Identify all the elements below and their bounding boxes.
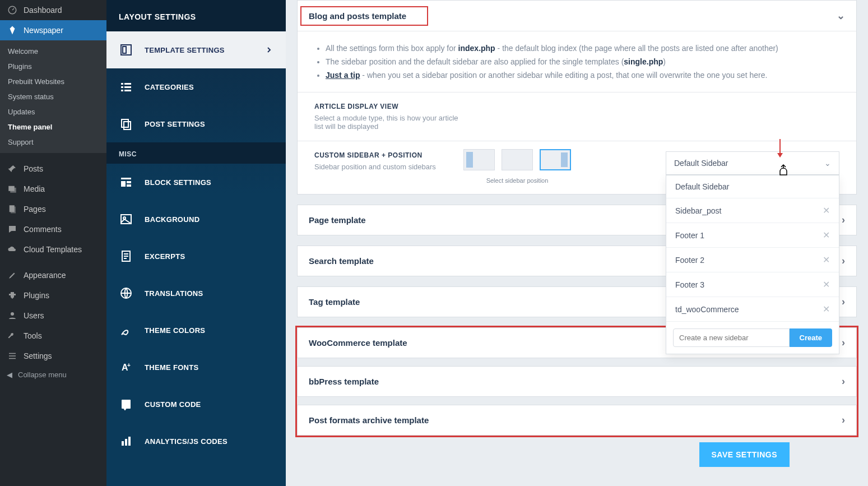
dd-item-footer-3[interactable]: Footer 3✕ (666, 272, 839, 297)
pos-right[interactable] (540, 149, 571, 170)
panel-translations[interactable]: TRANSLATIONS (106, 275, 286, 312)
panel-label: POST SETTINGS (145, 120, 205, 128)
sub-updates[interactable]: Updates (0, 104, 106, 119)
nav-users[interactable]: Users (0, 306, 106, 326)
annotation-arrow (779, 139, 781, 157)
chart-icon (119, 434, 133, 448)
comment-icon (7, 224, 18, 235)
chevron-right-icon: › (842, 414, 845, 426)
nav-label: Media (24, 184, 45, 193)
theme-panel-nav: LAYOUT SETTINGS TEMPLATE SETTINGS CATEGO… (106, 0, 286, 486)
close-icon[interactable]: ✕ (823, 304, 830, 314)
dd-selected-label: Default Sidebar (674, 159, 728, 168)
collapse-menu[interactable]: ◀Collapse menu (0, 366, 106, 383)
nav-label: Settings (24, 351, 52, 360)
nav-newspaper[interactable]: Newspaper (0, 20, 106, 40)
media-icon (7, 183, 18, 195)
svg-rect-11 (121, 83, 123, 85)
user-icon (7, 310, 18, 321)
font-icon: A+ (119, 360, 133, 374)
palette-icon (119, 323, 133, 337)
template-icon (119, 43, 133, 57)
save-settings-button[interactable]: SAVE SETTINGS (699, 442, 790, 467)
info-line-3: Just a tip - when you set a sidebar posi… (326, 68, 839, 82)
panel-block-settings[interactable]: BLOCK SETTINGS (106, 164, 286, 201)
accordion-header[interactable]: Post formats archive template› (298, 405, 856, 435)
sidebar-position-picker: Select sidebar position (463, 149, 571, 184)
panel-custom-code[interactable]: CUSTOM CODE (106, 386, 286, 423)
nav-comments[interactable]: Comments (0, 219, 106, 239)
nav-pages[interactable]: Pages (0, 199, 106, 219)
nav-posts[interactable]: Posts (0, 159, 106, 179)
panel-categories[interactable]: CATEGORIES (106, 68, 286, 105)
close-icon[interactable]: ✕ (823, 279, 830, 290)
sub-theme-panel[interactable]: Theme panel (0, 119, 106, 135)
nav-dashboard[interactable]: Dashboard (0, 0, 106, 20)
blocks-icon (119, 175, 133, 189)
chevron-right-icon: › (842, 255, 845, 267)
panel-post-settings[interactable]: POST SETTINGS (106, 105, 286, 142)
info-list: All the settings form this box apply for… (298, 31, 856, 92)
collapse-label: Collapse menu (18, 371, 67, 379)
sub-support[interactable]: Support (0, 135, 106, 150)
content-area: Blog and posts template ⌄ All the settin… (286, 0, 868, 486)
sub-plugins[interactable]: Plugins (0, 59, 106, 74)
sidebar-dropdown-wrap: Default Sidebar ⌄ Default Sidebar Sideba… (666, 151, 839, 175)
sidebar-dropdown-list: Default Sidebar Sidebar_post✕ Footer 1✕ … (666, 175, 839, 354)
nav-cloud-templates[interactable]: Cloud Templates (0, 239, 106, 260)
panel-analytics[interactable]: ANALYTICS/JS CODES (106, 423, 286, 460)
csp-title: CUSTOM SIDEBAR + POSITION (314, 151, 460, 159)
svg-text:+: + (127, 362, 131, 368)
panel-theme-colors[interactable]: THEME COLORS (106, 312, 286, 349)
pos-none[interactable] (502, 149, 533, 170)
nav-label: Comments (24, 225, 62, 234)
wrench-icon (7, 330, 18, 341)
diamond-icon (7, 25, 18, 36)
accordion-header[interactable]: bbPress template› (298, 367, 856, 396)
card-bbpress-template: bbPress template› (297, 366, 857, 397)
panel-label: BACKGROUND (145, 215, 199, 224)
adv-desc: Select a module type, this is how your a… (314, 114, 460, 131)
pin-icon (7, 163, 18, 174)
create-sidebar-button[interactable]: Create (790, 328, 832, 347)
nav-plugins[interactable]: Plugins (0, 285, 106, 306)
panel-label: ANALYTICS/JS CODES (145, 437, 228, 446)
card-blog-posts-template: Blog and posts template ⌄ All the settin… (297, 0, 857, 195)
panel-theme-fonts[interactable]: A+THEME FONTS (106, 349, 286, 386)
nav-settings[interactable]: Settings (0, 346, 106, 366)
accordion-header-blog[interactable]: Blog and posts template ⌄ (298, 1, 856, 31)
chevron-right-icon: › (842, 296, 845, 308)
page-icon (7, 203, 18, 215)
info-line-1: All the settings form this box apply for… (326, 41, 839, 55)
panel-template-settings[interactable]: TEMPLATE SETTINGS (106, 31, 286, 68)
panel-background[interactable]: BACKGROUND (106, 201, 286, 238)
nav-tools[interactable]: Tools (0, 326, 106, 346)
sub-prebuilt[interactable]: Prebuilt Websites (0, 74, 106, 89)
sidebar-dropdown[interactable]: Default Sidebar ⌄ (666, 151, 839, 175)
panel-label: BLOCK SETTINGS (145, 178, 211, 187)
close-icon[interactable]: ✕ (823, 230, 830, 240)
chevron-right-icon (264, 45, 273, 54)
svg-rect-20 (121, 181, 126, 187)
close-icon[interactable]: ✕ (823, 205, 830, 216)
close-icon[interactable]: ✕ (823, 254, 830, 265)
nav-appearance[interactable]: Appearance (0, 265, 106, 285)
nav-media[interactable]: Media (0, 179, 106, 199)
globe-icon (119, 286, 133, 300)
chevron-right-icon: › (842, 337, 845, 349)
info-line-2: The sidebar position and the default sid… (326, 55, 839, 68)
pos-left[interactable] (463, 149, 495, 170)
sub-system-status[interactable]: System status (0, 89, 106, 104)
panel-header: LAYOUT SETTINGS (106, 0, 286, 31)
sub-welcome[interactable]: Welcome (0, 44, 106, 59)
dd-item-default[interactable]: Default Sidebar (666, 175, 839, 198)
svg-rect-2 (10, 188, 16, 193)
dd-item-footer-1[interactable]: Footer 1✕ (666, 223, 839, 248)
dd-item-sidebar-post[interactable]: Sidebar_post✕ (666, 198, 839, 223)
annotation-cursor-icon (778, 164, 789, 177)
panel-excerpts[interactable]: EXCERPTS (106, 238, 286, 275)
create-sidebar-input[interactable] (673, 328, 790, 347)
dd-item-footer-2[interactable]: Footer 2✕ (666, 248, 839, 272)
dd-item-td-woocommerce[interactable]: td_wooCommerce✕ (666, 297, 839, 322)
doc-icon (119, 249, 133, 263)
